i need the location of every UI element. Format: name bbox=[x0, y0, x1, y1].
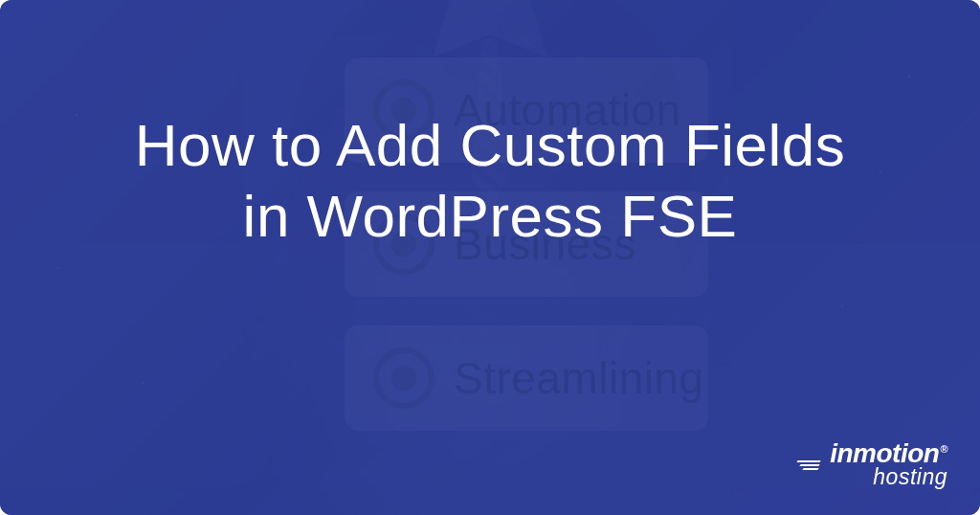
registered-mark: ® bbox=[940, 443, 947, 455]
hero-banner: Automation Business Streamlining How to … bbox=[0, 0, 980, 515]
brand-logo: inmotion® hosting bbox=[797, 438, 947, 490]
swoosh-icon bbox=[797, 460, 820, 470]
brand-suffix: hosting bbox=[873, 464, 947, 490]
page-title: How to Add Custom Fields in WordPress FS… bbox=[107, 110, 873, 253]
